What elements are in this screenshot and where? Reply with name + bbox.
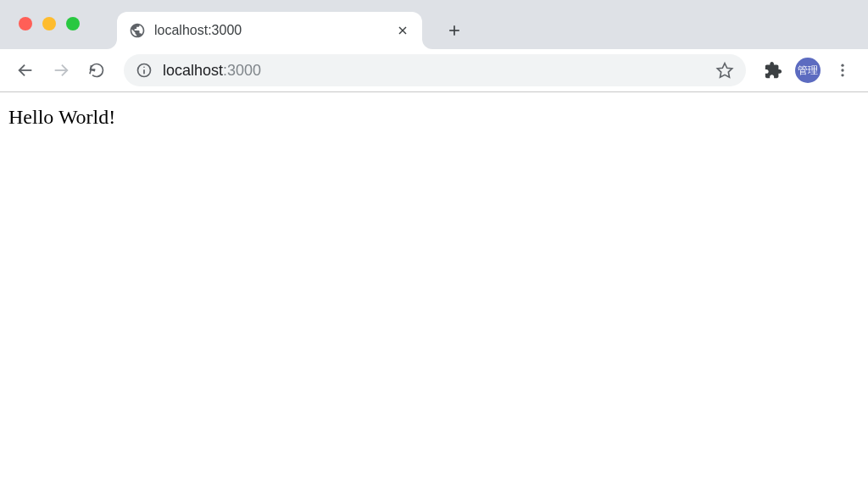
svg-point-11	[841, 69, 843, 71]
svg-marker-9	[717, 64, 732, 78]
new-tab-button[interactable]	[439, 15, 470, 46]
page-content: Hello World!	[0, 92, 868, 142]
url-host: localhost	[163, 62, 223, 79]
page-body-text: Hello World!	[8, 106, 115, 128]
window-minimize-button[interactable]	[42, 17, 56, 30]
url-port: :3000	[223, 62, 261, 79]
svg-point-12	[841, 74, 843, 76]
bookmark-star-icon[interactable]	[715, 61, 734, 80]
tab-title: localhost:3000	[154, 23, 395, 38]
toolbar: localhost:3000 管理	[0, 49, 868, 91]
svg-point-10	[841, 64, 843, 67]
browser-tab-active[interactable]: localhost:3000	[117, 12, 422, 49]
svg-point-8	[143, 66, 145, 68]
globe-icon	[129, 22, 146, 39]
extensions-icon[interactable]	[760, 61, 787, 80]
window-close-button[interactable]	[19, 17, 32, 30]
tab-close-button[interactable]	[395, 23, 410, 38]
profile-badge[interactable]: 管理	[795, 58, 821, 83]
site-info-icon[interactable]	[136, 62, 153, 79]
tab-strip: localhost:3000	[117, 0, 470, 49]
back-button[interactable]	[12, 57, 39, 84]
forward-button[interactable]	[47, 57, 75, 84]
browser-chrome: localhost:3000	[0, 0, 868, 92]
menu-button[interactable]	[829, 57, 856, 84]
url-text: localhost:3000	[163, 62, 715, 80]
title-bar: localhost:3000	[0, 0, 868, 49]
reload-button[interactable]	[83, 57, 110, 84]
window-maximize-button[interactable]	[66, 17, 80, 30]
window-controls	[19, 17, 80, 30]
address-bar[interactable]: localhost:3000	[124, 54, 746, 86]
profile-label: 管理	[798, 64, 818, 78]
